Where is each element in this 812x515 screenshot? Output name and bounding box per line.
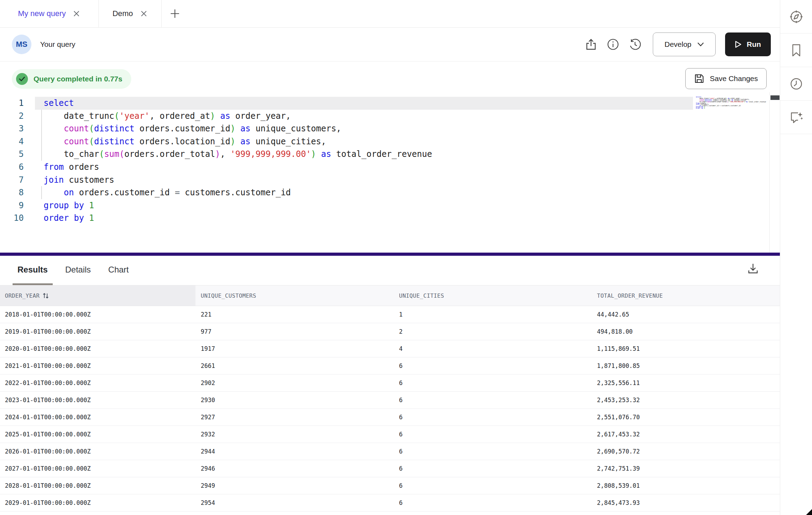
query-status-badge: Query completed in 0.77s	[12, 69, 131, 89]
table-cell: 6	[394, 375, 592, 391]
query-header: MS Your query Develop	[0, 28, 780, 61]
table-cell: 2,690,570.72	[592, 443, 780, 460]
table-row[interactable]: 2024-01-01T00:00:00.000Z292762,551,076.7…	[0, 409, 780, 426]
table-cell: 2661	[195, 357, 394, 374]
table-cell: 2028-01-01T00:00:00.000Z	[0, 477, 195, 494]
download-results-button[interactable]	[746, 261, 760, 275]
code-line[interactable]: 6from orders	[0, 161, 780, 174]
main-area: My new query Demo MS Your query	[0, 0, 780, 515]
save-changes-button[interactable]: Save Changes	[685, 68, 767, 89]
close-icon[interactable]	[140, 10, 148, 17]
editor-scrollbar[interactable]	[769, 92, 780, 253]
code-line[interactable]: 7join customers	[0, 174, 780, 187]
column-header-unique_cities[interactable]: UNIQUE_CITIES	[394, 285, 592, 306]
sidebar-item-ai-comments[interactable]	[780, 101, 812, 134]
table-row[interactable]: 2026-01-01T00:00:00.000Z294462,690,570.7…	[0, 443, 780, 460]
right-sidebar	[780, 0, 812, 515]
results-tab-bar: Results Details Chart	[0, 256, 780, 285]
tab-label: Results	[17, 265, 48, 275]
code-line[interactable]: 9group by 1	[0, 199, 780, 212]
tab-label: Demo	[112, 9, 133, 18]
code-line[interactable]: 4 count(distinct orders.location_id) as …	[0, 135, 780, 148]
table-row[interactable]: 2028-01-01T00:00:00.000Z294962,808,539.0…	[0, 477, 780, 494]
line-number: 3	[0, 122, 24, 135]
column-header-unique_customers[interactable]: UNIQUE_CUSTOMERS	[195, 285, 394, 306]
table-row[interactable]: 2027-01-01T00:00:00.000Z294662,742,751.3…	[0, 460, 780, 477]
tab-label: Chart	[108, 265, 129, 275]
info-icon[interactable]	[606, 38, 620, 51]
code-line[interactable]: 1select	[0, 97, 780, 110]
column-label: UNIQUE_CITIES	[399, 292, 444, 299]
develop-label: Develop	[664, 40, 691, 49]
table-cell: 2020-01-01T00:00:00.000Z	[0, 340, 195, 357]
sidebar-item-explore[interactable]	[780, 0, 812, 34]
line-number: 1	[0, 97, 24, 110]
tab-chart[interactable]: Chart	[103, 256, 134, 285]
table-cell: 2902	[195, 375, 394, 391]
table-cell: 2954	[195, 494, 394, 511]
code-line[interactable]: 10order by 1	[0, 212, 780, 225]
table-cell: 6	[394, 426, 592, 443]
tab-results[interactable]: Results	[13, 256, 53, 285]
history-icon[interactable]	[628, 38, 642, 51]
table-cell: 1	[394, 306, 592, 323]
tab-details[interactable]: Details	[60, 256, 96, 285]
tab-label: Details	[65, 265, 91, 275]
table-row[interactable]: 2020-01-01T00:00:00.000Z191741,115,869.5…	[0, 340, 780, 357]
column-label: ORDER_YEAR	[5, 292, 39, 299]
scrollbar-thumb[interactable]	[770, 95, 780, 100]
run-button[interactable]: Run	[725, 32, 771, 56]
table-row[interactable]: 2021-01-01T00:00:00.000Z266161,871,800.8…	[0, 357, 780, 375]
download-icon	[747, 262, 759, 275]
table-cell: 2019-01-01T00:00:00.000Z	[0, 323, 195, 340]
avatar[interactable]: MS	[12, 35, 31, 54]
table-cell: 2932	[195, 426, 394, 443]
table-cell: 977	[195, 323, 394, 340]
tab-my-new-query[interactable]: My new query	[0, 0, 99, 27]
table-cell: 221	[195, 306, 394, 323]
page-title: Your query	[40, 40, 75, 49]
close-icon[interactable]	[73, 10, 80, 17]
sql-editor[interactable]: 1select2 date_trunc('year', ordered_at) …	[0, 92, 780, 253]
code-line[interactable]: 8 on orders.customer_id = customers.cust…	[0, 186, 780, 199]
tab-demo[interactable]: Demo	[99, 0, 162, 27]
table-cell: 2024-01-01T00:00:00.000Z	[0, 409, 195, 426]
table-row[interactable]: 2025-01-01T00:00:00.000Z293262,617,453.3…	[0, 426, 780, 443]
table-row[interactable]: 2019-01-01T00:00:00.000Z9772494,818.00	[0, 323, 780, 340]
table-cell: 2,845,473.93	[592, 494, 780, 511]
column-header-order_year[interactable]: ORDER_YEAR	[0, 285, 195, 306]
save-label: Save Changes	[710, 74, 758, 83]
table-cell: 2029-01-01T00:00:00.000Z	[0, 494, 195, 511]
chevron-down-icon	[697, 42, 704, 47]
sidebar-item-history[interactable]	[780, 67, 812, 101]
column-label: UNIQUE_CUSTOMERS	[201, 292, 256, 299]
table-row[interactable]: 2022-01-01T00:00:00.000Z290262,325,556.1…	[0, 375, 780, 392]
develop-button[interactable]: Develop	[653, 32, 716, 56]
line-number: 5	[0, 148, 24, 161]
line-number: 10	[0, 212, 24, 225]
line-number: 4	[0, 135, 24, 148]
column-header-total_order_revenue[interactable]: TOTAL_ORDER_REVENUE	[592, 285, 780, 306]
results-panel: Results Details Chart ORDER_YEARUNIQUE_C…	[0, 256, 780, 515]
table-cell: 6	[394, 409, 592, 426]
column-label: TOTAL_ORDER_REVENUE	[597, 292, 663, 299]
table-row[interactable]: 2029-01-01T00:00:00.000Z295462,845,473.9…	[0, 494, 780, 512]
code-line[interactable]: 3 count(distinct orders.customer_id) as …	[0, 122, 780, 135]
table-cell: 4	[394, 340, 592, 357]
sidebar-item-bookmarks[interactable]	[780, 34, 812, 67]
table-cell: 6	[394, 460, 592, 477]
table-row[interactable]: 2018-01-01T00:00:00.000Z221144,442.65	[0, 306, 780, 323]
code-line[interactable]: 2 date_trunc('year', ordered_at) as orde…	[0, 110, 780, 123]
add-tab-button[interactable]	[162, 0, 188, 27]
code-lines: 1select2 date_trunc('year', ordered_at) …	[0, 97, 780, 225]
editor-minimap[interactable]: select date_trunc('year', ordered_at) as…	[696, 96, 773, 117]
table-cell: 2,325,556.11	[592, 375, 780, 391]
code-line[interactable]: 5 to_char(sum(orders.order_total), '999,…	[0, 148, 780, 161]
panel-resize-divider[interactable]	[0, 253, 780, 256]
table-cell: 2,551,076.70	[592, 409, 780, 426]
table-row[interactable]: 2023-01-01T00:00:00.000Z293062,453,253.3…	[0, 392, 780, 409]
table-cell: 2930	[195, 392, 394, 408]
header-actions: Develop Run	[576, 32, 771, 56]
table-cell: 2018-01-01T00:00:00.000Z	[0, 306, 195, 323]
share-icon[interactable]	[584, 38, 598, 51]
